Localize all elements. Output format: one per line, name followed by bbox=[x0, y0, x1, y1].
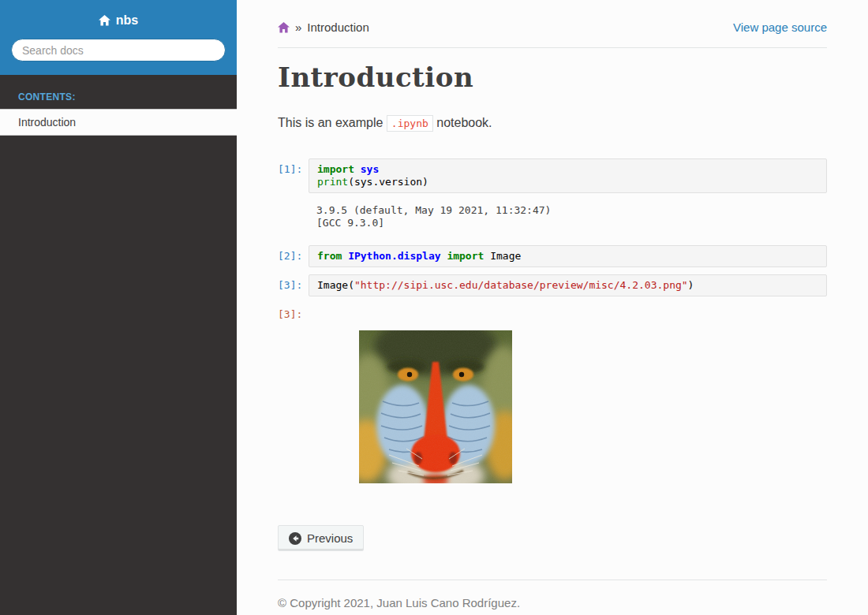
pager: Previous bbox=[278, 525, 827, 551]
code-cell-2-input: [2]: from IPython.display import Image bbox=[278, 245, 827, 267]
main-content: » Introduction View page source Introduc… bbox=[237, 0, 868, 615]
footer: © Copyright 2021, Juan Luis Cano Rodrígu… bbox=[278, 594, 827, 615]
copyright-text: © Copyright 2021, Juan Luis Cano Rodrígu… bbox=[278, 594, 827, 611]
search-input[interactable] bbox=[11, 39, 226, 62]
input-prompt-3: [3]: bbox=[278, 274, 309, 292]
previous-button-label: Previous bbox=[307, 531, 353, 545]
ipynb-inline-code: .ipynb bbox=[387, 115, 433, 132]
intro-text-post: notebook. bbox=[433, 116, 492, 129]
breadcrumb-divider bbox=[278, 47, 827, 48]
code-cell-3-input: [3]: Image("http://sipi.usc.edu/database… bbox=[278, 274, 827, 296]
breadcrumb-home-icon[interactable] bbox=[278, 22, 290, 33]
code-cell-1-input: [1]: import sysprint(sys.version) bbox=[278, 158, 827, 193]
previous-button[interactable]: Previous bbox=[278, 525, 364, 551]
input-prompt-1: [1]: bbox=[278, 158, 309, 176]
sidebar-contents-caption: CONTENTS: bbox=[0, 75, 237, 109]
sidebar-item-introduction[interactable]: Introduction bbox=[0, 109, 237, 136]
intro-text-pre: This is an example bbox=[278, 116, 387, 129]
page-title: Introduction bbox=[278, 62, 827, 93]
code-cell-3-output: [3]: bbox=[278, 304, 827, 499]
code-output-area-1: 3.9.5 (default, May 19 2021, 11:32:47)[G… bbox=[309, 200, 827, 233]
view-page-source-link[interactable]: View page source bbox=[733, 20, 827, 34]
code-input-area-2: from IPython.display import Image bbox=[309, 245, 827, 267]
sidebar-search-header: nbs bbox=[0, 0, 237, 75]
output-prompt-3: [3]: bbox=[278, 304, 309, 321]
output-prompt-1 bbox=[278, 200, 309, 205]
home-icon bbox=[99, 15, 110, 26]
input-prompt-2: [2]: bbox=[278, 245, 309, 263]
code-input-area-3: Image("http://sipi.usc.edu/database/prev… bbox=[309, 274, 827, 296]
sidebar-home-link[interactable]: nbs bbox=[11, 13, 226, 28]
footer-divider bbox=[278, 580, 827, 580]
mandrill-output-image bbox=[359, 330, 512, 483]
breadcrumb-current-page: Introduction bbox=[307, 20, 369, 34]
code-input-area-1: import sysprint(sys.version) bbox=[309, 158, 827, 193]
breadcrumb-separator: » bbox=[295, 20, 301, 34]
arrow-circle-left-icon bbox=[289, 532, 301, 545]
sidebar: nbs CONTENTS: Introduction bbox=[0, 0, 237, 615]
breadcrumb: » Introduction View page source bbox=[278, 20, 827, 34]
code-cell-1-output: 3.9.5 (default, May 19 2021, 11:32:47)[G… bbox=[278, 200, 827, 233]
intro-paragraph: This is an example .ipynb notebook. bbox=[278, 114, 827, 133]
sidebar-project-title: nbs bbox=[116, 13, 138, 28]
image-output-area bbox=[309, 304, 827, 499]
